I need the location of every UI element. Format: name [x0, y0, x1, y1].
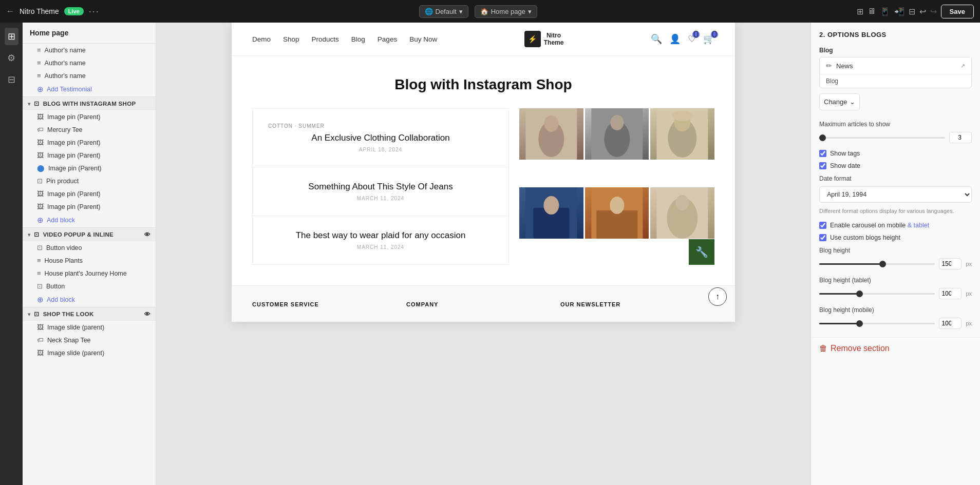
cart-count: 0	[711, 31, 718, 38]
grid-image-6[interactable]	[650, 187, 714, 239]
video-section-header[interactable]: ▾ ⊡ Video popup & inline 👁	[23, 227, 156, 241]
default-dropdown[interactable]: 🌐 Default ▾	[419, 5, 468, 18]
sidebar-item-author2[interactable]: ≡ Author's name	[23, 56, 156, 69]
redo-icon[interactable]: ↪	[930, 7, 937, 16]
sidebar-item-button-video[interactable]: ⊡ Button video	[23, 241, 156, 254]
sidebar-item-image-slide-1[interactable]: 🖼 Image slide (parent)	[23, 321, 156, 334]
blog-height-input[interactable]	[939, 258, 962, 269]
blog-height-mobile-slider[interactable]	[819, 323, 935, 324]
nav-pages[interactable]: Pages	[378, 35, 397, 43]
blog-section-header[interactable]: ▾ ⊡ Blog with Instagram Shop	[23, 96, 156, 110]
sidebar-item-button[interactable]: ⊡ Button	[23, 280, 156, 293]
tools-overlay-button[interactable]: 🔧	[689, 239, 714, 265]
grid-image-5[interactable]	[585, 187, 649, 239]
sidebar-item-label: Image pin (Parent)	[47, 139, 148, 146]
visibility-icon[interactable]: 👁	[144, 231, 150, 238]
sidebar-item-pin-product[interactable]: ⊡ Pin product	[23, 174, 156, 187]
blog-height-tablet-input[interactable]	[939, 288, 962, 299]
blocks-nav-icon[interactable]: ⊟	[5, 71, 18, 88]
tablet-icon[interactable]: 📱	[880, 7, 890, 16]
sidebar-item-image-pin-2[interactable]: 🖼 Image pin (Parent)	[23, 136, 156, 149]
sidebar-item-label: Author's name	[45, 72, 148, 80]
article-row-0[interactable]: COTTON · SUMMER An Exclusive Clothing Co…	[253, 109, 508, 167]
sidebar-item-house-plants[interactable]: ≡ House Plants	[23, 254, 156, 267]
article-row-1[interactable]: Something About This Style Of Jeans MARC…	[253, 167, 508, 216]
customize-icon[interactable]: ⊞	[857, 7, 863, 16]
max-articles-input[interactable]: 3	[949, 132, 972, 143]
show-tags-label: Show tags	[830, 150, 860, 157]
remove-section-button[interactable]: 🗑 Remove section	[811, 337, 980, 359]
scroll-to-top-button[interactable]: ↑	[708, 287, 727, 306]
tools-icon: 🔧	[695, 246, 708, 258]
nav-shop[interactable]: Shop	[283, 35, 299, 43]
save-button[interactable]: Save	[941, 5, 974, 18]
show-date-label: Show date	[830, 162, 860, 169]
visibility-icon[interactable]: 👁	[144, 311, 150, 317]
footer-col-title-1: COMPANY	[406, 301, 560, 307]
page-dropdown[interactable]: 🏠 Home page ▾	[475, 5, 537, 18]
date-format-select[interactable]: April 19, 1994	[819, 186, 972, 203]
date-helper-text: Different format options display for var…	[811, 206, 980, 219]
blog-height-mobile-input[interactable]	[939, 318, 962, 329]
pages-nav-icon[interactable]: ⊞	[5, 28, 18, 45]
sidebar-item-image-pin-3[interactable]: 🖼 Image pin (Parent)	[23, 149, 156, 162]
add-block-1-button[interactable]: ⊕ Add block	[23, 213, 156, 227]
grid-image-1[interactable]	[519, 108, 583, 160]
split-icon[interactable]: ⊟	[909, 7, 915, 16]
footer: CUSTOMER SERVICE COMPANY OUR NEWSLETTER	[232, 285, 735, 322]
nav-buy-now[interactable]: Buy Now	[409, 35, 437, 43]
blog-height-slider[interactable]	[819, 263, 935, 265]
desktop-icon[interactable]: 🖥	[868, 7, 876, 16]
grid-image-4[interactable]	[519, 187, 583, 239]
show-tags-checkbox[interactable]	[819, 150, 826, 157]
sidebar-item-author3[interactable]: ≡ Author's name	[23, 69, 156, 82]
cart-icon[interactable]: 🛒 0	[703, 33, 714, 45]
blog-height-label: Blog height	[811, 244, 980, 256]
nav-products[interactable]: Products	[312, 35, 339, 43]
max-articles-slider[interactable]	[819, 137, 945, 139]
nav-blog[interactable]: Blog	[351, 35, 365, 43]
account-icon[interactable]: 👤	[669, 33, 681, 45]
home-icon: 🏠	[480, 8, 488, 15]
section-icon: ⊡	[34, 100, 39, 107]
blog-height-tablet-label: Blog height (tablet)	[811, 274, 980, 286]
nav-demo[interactable]: Demo	[252, 35, 271, 43]
sidebar-item-image-slide-2[interactable]: 🖼 Image slide (parent)	[23, 346, 156, 359]
undo-icon[interactable]: ↩	[919, 7, 926, 16]
external-link-icon[interactable]: ↗	[960, 63, 965, 69]
add-block-2-button[interactable]: ⊕ Add block	[23, 293, 156, 307]
sidebar-item-house-plants-journey[interactable]: ≡ House plant's Journey Home	[23, 267, 156, 280]
change-button[interactable]: Change ⌄	[819, 93, 860, 110]
custom-height-checkbox[interactable]	[819, 234, 826, 241]
sidebar-item-mercury-tee[interactable]: 🏷 Mercury Tee	[23, 123, 156, 136]
grid-image-2[interactable]	[585, 108, 649, 160]
sidebar-item-neck-snap-tee[interactable]: 🏷 Neck Snap Tee	[23, 334, 156, 346]
icon-sidebar: ⊞ ⚙ ⊟	[0, 23, 23, 485]
up-arrow-icon: ↑	[715, 292, 720, 301]
enable-carousel-checkbox[interactable]	[819, 222, 826, 229]
sidebar-item-image-pin-1[interactable]: 🖼 Image pin (Parent)	[23, 110, 156, 123]
sidebar-item-author1[interactable]: ≡ Author's name	[23, 44, 156, 56]
add-testimonial-button[interactable]: ⊕ Add Testimonial	[23, 82, 156, 96]
settings-nav-icon[interactable]: ⚙	[4, 49, 18, 67]
blog-height-tablet-slider[interactable]	[819, 293, 935, 295]
blog-height-unit: px	[966, 261, 972, 267]
mobile-icon[interactable]: 📲	[894, 7, 904, 16]
sidebar-item-image-pin-6[interactable]: 🖼 Image pin (Parent)	[23, 200, 156, 213]
app-title: Nitro Theme	[20, 7, 59, 15]
shop-section-header[interactable]: ▾ ⊡ Shop the look 👁	[23, 307, 156, 321]
article-row-2[interactable]: The best way to wear plaid for any occas…	[253, 216, 508, 264]
show-date-checkbox[interactable]	[819, 162, 826, 169]
more-options-button[interactable]: ···	[89, 6, 100, 17]
sidebar-item-image-pin-5[interactable]: 🖼 Image pin (Parent)	[23, 187, 156, 200]
search-icon[interactable]: 🔍	[651, 33, 662, 45]
edit-icon[interactable]: ✏	[826, 62, 832, 70]
back-icon[interactable]: ←	[6, 7, 14, 16]
grid-image-3[interactable]	[650, 108, 714, 160]
main-layout: ⊞ ⚙ ⊟ Home page ≡ Author's name ≡ Author…	[0, 23, 980, 485]
button-icon: ⊡	[37, 244, 43, 251]
wishlist-icon[interactable]: ♡ 0	[688, 33, 696, 45]
tablet-link[interactable]: & tablet	[908, 222, 929, 229]
canvas-page: Demo Shop Products Blog Pages Buy Now ⚡ …	[232, 23, 735, 322]
sidebar-item-image-pin-4[interactable]: ⬤ Image pin (Parent)	[23, 162, 156, 174]
